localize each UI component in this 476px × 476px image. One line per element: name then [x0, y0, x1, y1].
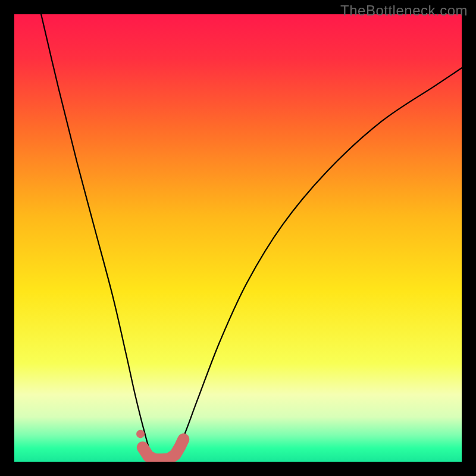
gradient-background	[14, 14, 462, 462]
highlight-dot	[136, 430, 145, 438]
watermark-text: TheBottleneck.com	[340, 2, 468, 19]
chart-frame: TheBottleneck.com	[0, 0, 476, 476]
bottleneck-chart	[14, 14, 462, 462]
plot-area	[14, 14, 462, 462]
